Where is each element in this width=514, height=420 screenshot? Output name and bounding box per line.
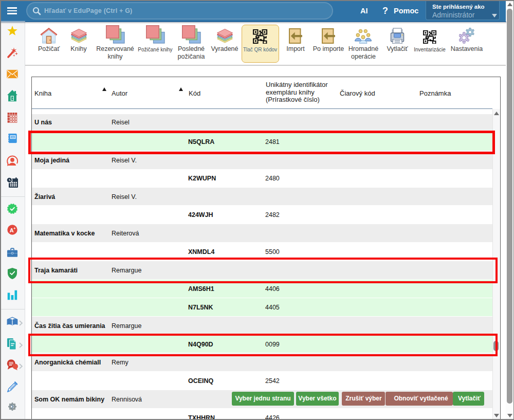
svg-text:A: A [10,227,14,233]
